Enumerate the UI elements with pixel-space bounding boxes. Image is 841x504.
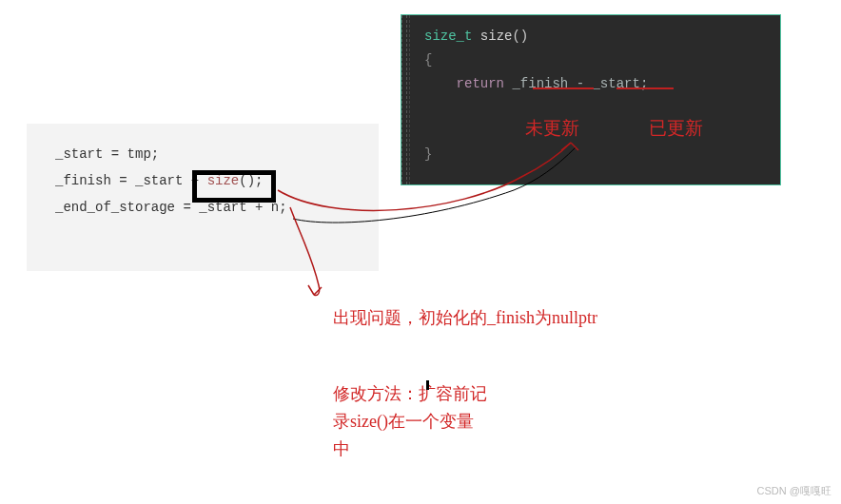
- paren-token: (): [512, 29, 528, 44]
- code-line-brace-close: }: [424, 143, 780, 166]
- code-line-signature: size_t size(): [424, 25, 780, 48]
- code-gutter: [401, 15, 407, 184]
- size-call: size: [207, 173, 240, 188]
- right-code-panel: size_t size() { return _finish - _start;…: [401, 14, 781, 185]
- func-name: size: [472, 29, 512, 44]
- annotation-problem: 出现问题，初始化的_finish为nullptr: [333, 304, 597, 332]
- left-code-panel: _start = tmp; _finish = _start + size();…: [27, 124, 379, 271]
- type-token: size_t: [424, 29, 472, 44]
- code-line-start-assign: _start = tmp;: [55, 141, 369, 167]
- underline-start: [616, 87, 674, 89]
- code-line-return: return _finish - _start;: [424, 72, 780, 96]
- code-line-endofstorage: _end_of_storage = _start + n;: [55, 194, 369, 221]
- underline-finish: [533, 87, 594, 89]
- annotation-not-updated: 未更新: [525, 114, 579, 143]
- code-gutter-line: [409, 15, 410, 184]
- return-keyword: return: [457, 76, 504, 91]
- annotation-updated: 已更新: [649, 114, 703, 143]
- code-line-finish-assign: _finish = _start + size();: [55, 167, 369, 194]
- code-line-brace-open: {: [424, 48, 780, 72]
- annotation-fix: 修改方法：扩容前记 录size()在一个变量 中: [333, 380, 487, 462]
- watermark: CSDN @嘎嘎旺: [757, 484, 831, 498]
